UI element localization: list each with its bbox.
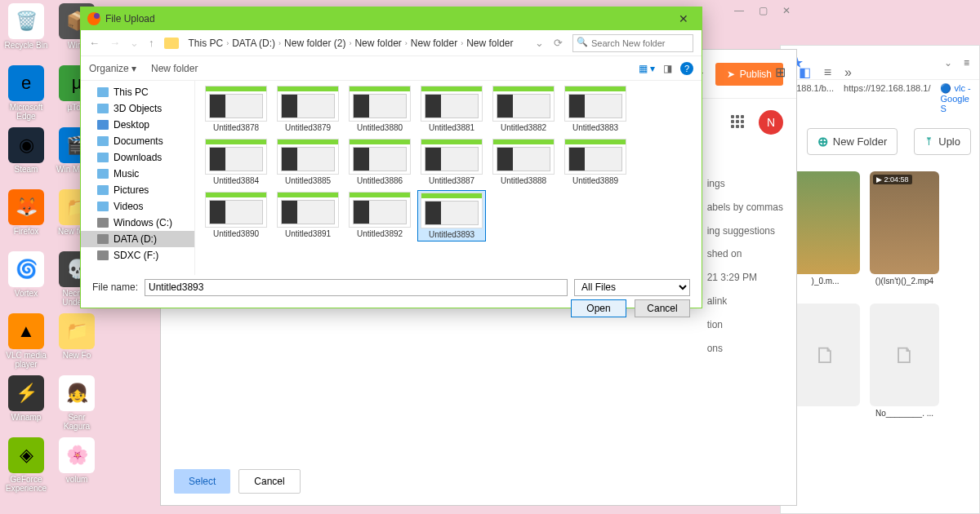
post-meta-sidebar: ingsabels by commasing suggestionsshed o… (707, 172, 783, 360)
file-item-untitled3888[interactable]: Untitled3888 (489, 137, 558, 187)
user-avatar[interactable]: N (759, 110, 783, 135)
pocket-icon[interactable]: ⌄ (944, 57, 952, 69)
file-item-untitled3880[interactable]: Untitled3880 (345, 84, 414, 134)
tree-item-music[interactable]: Music (81, 166, 194, 182)
tree-item-sdxc-f-[interactable]: SDXC (F:) (81, 247, 194, 264)
breadcrumb-segment[interactable]: This PC (189, 38, 224, 49)
file-item-untitled3879[interactable]: Untitled3879 (274, 84, 342, 134)
file-placeholder-1[interactable]: 🗋 (791, 304, 860, 418)
help-icon[interactable]: ? (680, 62, 693, 75)
file-type-filter[interactable]: All Files (574, 279, 690, 296)
hamburger-icon[interactable]: ≡ (824, 65, 831, 80)
apps-grid-icon[interactable] (731, 115, 746, 130)
file-name-input[interactable] (145, 279, 568, 296)
file-item-untitled3881[interactable]: Untitled3881 (417, 84, 486, 134)
nav-back-icon[interactable]: ← (89, 37, 100, 49)
tree-item-desktop[interactable]: Desktop (81, 117, 194, 133)
cube-icon[interactable]: ◧ (799, 64, 811, 80)
cancel-button-editor[interactable]: Cancel (238, 469, 300, 494)
nav-recent-icon[interactable]: ⌄ (130, 37, 139, 49)
file-item-untitled3886[interactable]: Untitled3886 (345, 137, 414, 187)
tree-item-data-d-[interactable]: DATA (D:) (81, 231, 194, 247)
file-item-untitled3882[interactable]: Untitled3882 (489, 84, 558, 134)
maximize-icon[interactable]: ▢ (759, 5, 768, 16)
dialog-close-button[interactable]: ✕ (672, 12, 695, 25)
breadcrumb-segment[interactable]: New folder (411, 38, 457, 49)
file-item-untitled3884[interactable]: Untitled3884 (202, 137, 270, 187)
tree-item-this-pc[interactable]: This PC (81, 84, 194, 100)
desktop-icon-vortex[interactable]: 🌀Vortex (3, 251, 49, 298)
file-name: Untitled3893 (429, 230, 474, 239)
view-mode-icon[interactable]: ▦ ▾ (639, 63, 655, 74)
preview-pane-icon[interactable]: ◨ (663, 63, 672, 74)
nav-forward-icon[interactable]: → (109, 37, 120, 49)
tree-item-documents[interactable]: Documents (81, 133, 194, 149)
tree-label: Videos (114, 201, 143, 212)
file-item-untitled3883[interactable]: Untitled3883 (561, 84, 630, 134)
nav-up-icon[interactable]: ↑ (149, 37, 154, 49)
breadcrumb[interactable]: This PC›DATA (D:)›New folder (2)›New fol… (189, 38, 526, 49)
desktop-icon-senr-kagura[interactable]: 👧Senr Kagura (54, 375, 100, 431)
tree-item-downloads[interactable]: Downloads (81, 149, 194, 166)
search-input[interactable] (572, 34, 693, 52)
desktop-icon-recycle-bin[interactable]: 🗑️Recycle Bin (3, 3, 49, 50)
url-3[interactable]: 🔵 vlc - Google S (940, 83, 971, 113)
firefox-icon (87, 12, 100, 25)
file-name: Untitled3882 (501, 123, 546, 132)
desktop-icon-firefox[interactable]: 🦊Firefox (3, 189, 49, 236)
desktop-icon-vlc-media-player[interactable]: ▲VLC media player (3, 313, 49, 369)
new-folder-button[interactable]: ⊕New Folder (807, 128, 898, 155)
tree-item-3d-objects[interactable]: 3D Objects (81, 100, 194, 117)
breadcrumb-segment[interactable]: New folder (354, 38, 401, 49)
new-folder-toolbar[interactable]: New folder (151, 63, 198, 74)
close-icon[interactable]: ✕ (782, 5, 791, 16)
file-upload-dialog: File Upload ✕ ← → ⌄ ↑ This PC›DATA (D:)›… (80, 7, 702, 308)
file-item-untitled3885[interactable]: Untitled3885 (274, 137, 342, 187)
app-icon: 🌀 (8, 251, 44, 287)
video-item-1[interactable]: )_0.m... (791, 171, 860, 286)
extension-icon[interactable]: ⊞ (775, 64, 786, 80)
tree-item-pictures[interactable]: Pictures (81, 182, 194, 198)
desktop-icon-microsoft-edge[interactable]: eMicrosoft Edge (3, 65, 49, 121)
refresh-icon[interactable]: ⟳ (554, 37, 563, 49)
app-icon: ◈ (8, 437, 44, 473)
select-button[interactable]: Select (174, 469, 230, 494)
video-item-2[interactable]: ▶ 2:04:58 ()(Isn't)()_2.mp4 (870, 171, 939, 286)
publish-button[interactable]: ➤ Publish (715, 63, 783, 86)
breadcrumb-dropdown-icon[interactable]: ⌄ (535, 37, 544, 49)
desktop-icon-volum[interactable]: 🌸volum (54, 437, 100, 484)
desktop-icon-steam[interactable]: ◉Steam (3, 127, 49, 174)
plus-icon: ⊕ (817, 134, 828, 149)
file-item-untitled3893[interactable]: Untitled3893 (417, 190, 486, 241)
breadcrumb-segment[interactable]: DATA (D:) (232, 38, 275, 49)
drive-icon (97, 136, 109, 146)
upload-button[interactable]: ⤒Uplo (914, 128, 971, 155)
meta-line: ons (707, 337, 783, 361)
drive-icon (97, 87, 109, 97)
open-button[interactable]: Open (571, 299, 626, 317)
menu-icon[interactable]: ≡ (964, 57, 969, 69)
tree-item-windows-c-[interactable]: Windows (C:) (81, 215, 194, 231)
file-item-untitled3892[interactable]: Untitled3892 (345, 190, 414, 241)
file-item-untitled3889[interactable]: Untitled3889 (561, 137, 630, 187)
dialog-title-bar[interactable]: File Upload ✕ (81, 7, 702, 30)
cancel-button[interactable]: Cancel (635, 299, 690, 317)
file-item-untitled3890[interactable]: Untitled3890 (202, 190, 270, 241)
upload-icon: ⤒ (924, 135, 933, 148)
file-item-untitled3878[interactable]: Untitled3878 (202, 84, 270, 134)
breadcrumb-segment[interactable]: New folder (2) (284, 38, 345, 49)
overflow-icon[interactable]: » (844, 65, 852, 80)
desktop-icon-geforce-experience[interactable]: ◈GeForce Experience (3, 437, 49, 493)
tree-item-videos[interactable]: Videos (81, 198, 194, 215)
breadcrumb-segment[interactable]: New folder (466, 38, 513, 49)
file-item-untitled3891[interactable]: Untitled3891 (274, 190, 342, 241)
file-name: Untitled3885 (285, 176, 331, 185)
organize-dropdown[interactable]: Organize ▾ (89, 63, 136, 74)
folder-icon (164, 38, 179, 49)
minimize-icon[interactable]: — (734, 5, 744, 16)
url-2[interactable]: https://192.168.188.1/ (844, 83, 930, 113)
file-item-untitled3887[interactable]: Untitled3887 (417, 137, 486, 187)
desktop-icon-winamp[interactable]: ⚡Winamp (3, 375, 49, 422)
icon-label: New Fo (63, 351, 91, 360)
file-placeholder-2[interactable]: 🗋 No________. ... (870, 304, 939, 418)
